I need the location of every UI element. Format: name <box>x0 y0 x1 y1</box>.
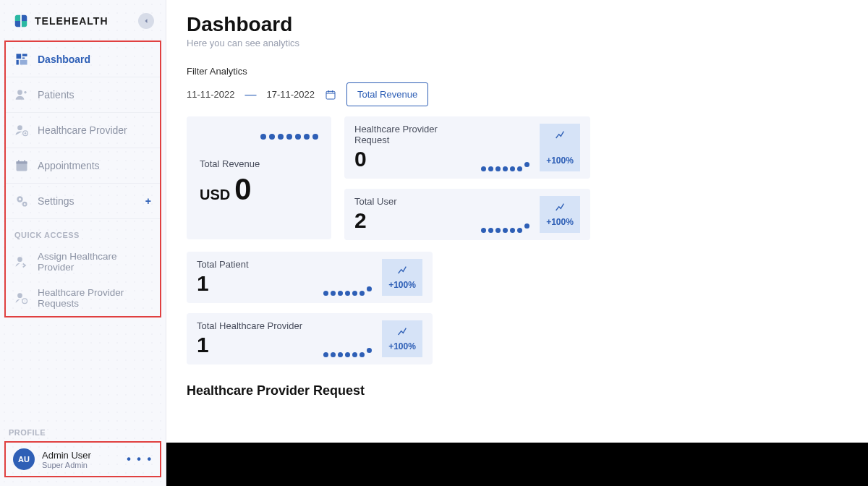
user-alert-icon: ! <box>14 291 29 305</box>
sparkline-icon <box>200 134 318 140</box>
page-subtitle: Here you can see analytics <box>187 38 848 48</box>
main-nav-group: Dashboard Patients Healthcare Provider A… <box>4 40 161 317</box>
metric-card-provider-request: Healthcare Provider Request 0 +100% <box>344 116 590 179</box>
settings-expand-icon[interactable]: + <box>145 195 151 207</box>
quick-access-assign-provider[interactable]: Assign Healthcare Provider <box>6 244 160 280</box>
quick-access-heading: QUICK ACCESS <box>6 219 160 244</box>
metric-value: 1 <box>197 271 316 296</box>
sidebar-item-label: Healthcare Provider <box>38 124 127 136</box>
brand-name: TELEHEALTH <box>35 15 109 27</box>
sidebar-item-healthcare-provider[interactable]: Healthcare Provider <box>6 113 160 148</box>
metric-currency: USD <box>200 187 230 203</box>
user-arrow-icon <box>14 255 29 269</box>
sparkline-icon <box>323 339 372 357</box>
profile-role: Super Admin <box>42 461 91 469</box>
svg-rect-19 <box>326 91 335 99</box>
filter-row: Filter Analytics 11-11-2022 — 17-11-2022… <box>187 66 848 106</box>
svg-rect-4 <box>20 60 27 65</box>
page-title: Dashboard <box>187 13 848 36</box>
user-gear-icon <box>14 123 29 137</box>
grid-icon <box>14 52 29 67</box>
sidebar-item-label: Appointments <box>38 160 100 171</box>
date-to[interactable]: 17-11-2022 <box>267 89 315 100</box>
metric-label: Total Revenue <box>200 158 318 169</box>
sidebar-item-label: Settings <box>38 195 75 207</box>
svg-text:!: ! <box>24 299 25 304</box>
main-content: Dashboard Here you can see analytics Fil… <box>166 0 868 486</box>
quick-access-provider-requests[interactable]: ! Healthcare Provider Requests <box>6 280 160 316</box>
trend-up-icon <box>554 202 566 213</box>
quick-access-label: Assign Healthcare Provider <box>38 251 151 273</box>
sparkline-icon <box>481 215 529 233</box>
gears-icon <box>14 194 29 208</box>
trend-value: +100% <box>388 280 416 290</box>
svg-rect-3 <box>17 60 19 65</box>
trend-value: +100% <box>546 155 574 166</box>
trend-up-icon <box>396 265 408 276</box>
metric-card-total-patient: Total Patient 1 +100% <box>187 252 433 303</box>
profile-heading: PROFILE <box>4 417 161 441</box>
metric-card-total-revenue: Total Revenue USD 0 <box>187 116 331 239</box>
date-from[interactable]: 11-11-2022 <box>187 89 235 100</box>
sparkline-icon <box>481 142 529 171</box>
sidebar-item-patients[interactable]: Patients <box>6 77 160 113</box>
metric-value: 2 <box>354 208 474 233</box>
total-revenue-button[interactable]: Total Revenue <box>346 82 428 106</box>
trend-badge: +100% <box>382 320 422 357</box>
metric-value: 1 <box>197 333 316 357</box>
date-range-separator: — <box>245 88 257 101</box>
metric-label: Healthcare Provider Request <box>354 124 474 145</box>
trend-badge: +100% <box>382 259 422 296</box>
section-title-provider-request: Healthcare Provider Request <box>187 383 848 398</box>
profile-group: PROFILE AU Admin User Super Admin • • • <box>0 417 166 486</box>
trend-up-icon <box>396 326 408 338</box>
trend-value: +100% <box>388 341 416 351</box>
metric-value: 0 <box>234 172 251 207</box>
svg-point-12 <box>19 198 21 200</box>
profile-name: Admin User <box>42 450 91 461</box>
brand: TELEHEALTH <box>0 0 166 36</box>
sidebar-item-label: Dashboard <box>38 54 90 65</box>
svg-rect-1 <box>22 54 27 56</box>
trend-badge: +100% <box>540 196 580 233</box>
svg-rect-2 <box>22 58 25 59</box>
svg-rect-0 <box>17 54 22 59</box>
bottom-black-bar <box>166 443 868 486</box>
svg-point-6 <box>17 125 22 130</box>
trend-value: +100% <box>546 217 574 227</box>
sidebar-item-appointments[interactable]: Appointments <box>6 148 160 184</box>
sparkline-icon <box>323 278 372 296</box>
sidebar: TELEHEALTH Dashboard Patients <box>0 0 166 486</box>
svg-point-8 <box>25 132 27 135</box>
calendar-check-icon <box>14 158 29 173</box>
sidebar-collapse-button[interactable] <box>138 13 154 29</box>
svg-point-5 <box>17 90 22 95</box>
calendar-icon[interactable] <box>325 89 336 101</box>
trend-badge: +100% <box>540 124 580 171</box>
svg-point-14 <box>24 203 26 205</box>
profile-info: Admin User Super Admin <box>42 450 91 469</box>
profile-menu-button[interactable]: • • • <box>127 453 153 466</box>
user-plus-icon <box>14 88 29 102</box>
quick-access-label: Healthcare Provider Requests <box>38 287 151 309</box>
metric-card-total-user: Total User 2 +100% <box>344 189 590 240</box>
svg-point-16 <box>17 293 22 298</box>
sidebar-item-dashboard[interactable]: Dashboard <box>6 42 160 77</box>
svg-point-15 <box>17 257 22 262</box>
filter-label: Filter Analytics <box>187 66 848 77</box>
metric-label: Total Patient <box>197 259 316 270</box>
metric-label: Total Healthcare Provider <box>197 320 316 331</box>
brand-logo-icon <box>13 13 29 29</box>
avatar: AU <box>13 448 35 470</box>
profile-box[interactable]: AU Admin User Super Admin • • • <box>4 441 161 477</box>
sidebar-item-settings[interactable]: Settings + <box>6 184 160 219</box>
metric-card-total-provider: Total Healthcare Provider 1 +100% <box>187 313 433 364</box>
metric-value: 0 <box>354 147 474 171</box>
trend-up-icon <box>554 129 566 141</box>
sidebar-item-label: Patients <box>38 89 75 101</box>
svg-rect-10 <box>17 161 27 163</box>
metric-label: Total User <box>354 196 474 207</box>
